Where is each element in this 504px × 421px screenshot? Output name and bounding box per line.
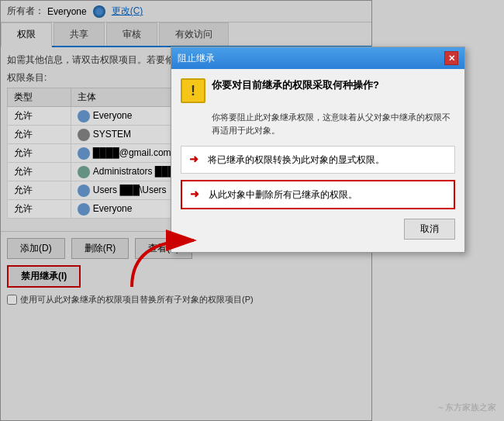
modal-body: ! 你要对目前继承的权限采取何种操作? 你将要阻止此对象继承权限，这意味着从父对… bbox=[171, 69, 464, 252]
cancel-button[interactable]: 取消 bbox=[404, 219, 455, 240]
option1-text: 将已继承的权限转换为此对象的显式权限。 bbox=[208, 153, 385, 167]
option2-button[interactable]: ➜ 从此对象中删除所有已继承的权限。 bbox=[181, 180, 455, 209]
option1-button[interactable]: ➜ 将已继承的权限转换为此对象的显式权限。 bbox=[181, 146, 455, 174]
modal-question: 你要对目前继承的权限采取何种操作? bbox=[212, 78, 379, 92]
modal-title-bar: 阻止继承 ✕ bbox=[171, 47, 464, 69]
warning-icon: ! bbox=[181, 78, 205, 103]
modal-description: 你将要阻止此对象继承权限，这意味着从父对象中继承的权限不再适用于此对象。 bbox=[181, 111, 455, 136]
option2-arrow-icon: ➜ bbox=[190, 188, 202, 200]
modal-header-row: ! 你要对目前继承的权限采取何种操作? bbox=[181, 78, 455, 103]
option1-arrow-icon: ➜ bbox=[189, 153, 202, 165]
modal-title: 阻止继承 bbox=[178, 52, 215, 65]
option2-text: 从此对象中删除所有已继承的权限。 bbox=[209, 188, 357, 202]
modal-footer: 取消 bbox=[181, 216, 455, 243]
modal-dialog: 阻止继承 ✕ ! 你要对目前继承的权限采取何种操作? 你将要阻止此对象继承权限，… bbox=[171, 47, 465, 253]
modal-close-button[interactable]: ✕ bbox=[444, 51, 458, 65]
